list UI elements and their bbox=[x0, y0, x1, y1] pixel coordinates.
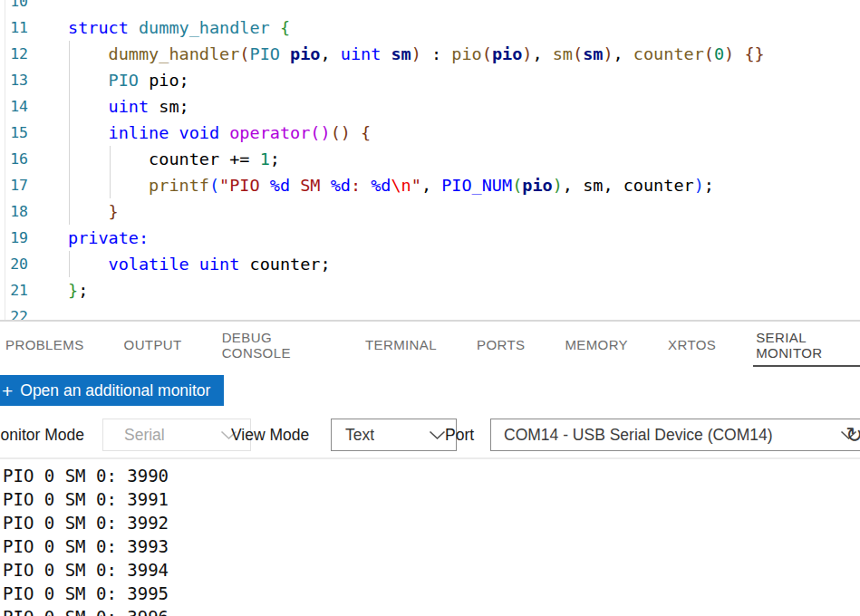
tab-debug-console[interactable]: DEBUG CONSOLE bbox=[219, 322, 328, 367]
open-monitor-label: Open an additional monitor bbox=[20, 381, 210, 400]
code-lines: 1011struct dummy_handler {12 dummy_handl… bbox=[0, 0, 860, 320]
serial-output-log[interactable]: PIO 0 SM 0: 3990PIO 0 SM 0: 3991PIO 0 SM… bbox=[0, 457, 860, 616]
tab-terminal[interactable]: TERMINAL bbox=[362, 330, 440, 359]
serial-output-line: PIO 0 SM 0: 3995 bbox=[3, 582, 860, 605]
indent-guide bbox=[110, 146, 111, 198]
tab-xrtos[interactable]: XRTOS bbox=[665, 330, 719, 359]
code-text: printf("PIO %d SM %d: %d\n", PIO_NUM(pio… bbox=[68, 172, 714, 198]
serial-output-line: PIO 0 SM 0: 3993 bbox=[3, 534, 860, 558]
code-text: } bbox=[68, 198, 119, 225]
port-select[interactable]: COM14 - USB Serial Device (COM14) bbox=[490, 419, 860, 451]
line-number: 10 bbox=[0, 0, 28, 14]
serial-output-line: PIO 0 SM 0: 3992 bbox=[3, 511, 860, 534]
line-number: 11 bbox=[0, 14, 28, 41]
line-number: 15 bbox=[0, 120, 28, 146]
code-line: 14 uint sm; bbox=[0, 93, 860, 120]
tab-serial-monitor[interactable]: SERIAL MONITOR bbox=[753, 322, 860, 367]
line-number: 22 bbox=[0, 303, 28, 320]
tab-problems[interactable]: PROBLEMS bbox=[3, 330, 87, 359]
serial-output-line: PIO 0 SM 0: 3991 bbox=[3, 487, 860, 511]
code-text: private: bbox=[68, 225, 149, 251]
code-line: 20 volatile uint counter; bbox=[0, 251, 860, 277]
monitor-mode-select[interactable]: Serial bbox=[102, 419, 251, 451]
code-line: 22 bbox=[0, 303, 860, 320]
monitor-mode-label: Monitor Mode bbox=[0, 419, 84, 451]
code-text: }; bbox=[68, 277, 88, 303]
line-number: 13 bbox=[0, 67, 28, 93]
monitor-mode-value: Serial bbox=[124, 426, 165, 445]
view-mode-select[interactable]: Text bbox=[331, 419, 457, 451]
serial-output-line: PIO 0 SM 0: 3994 bbox=[3, 558, 860, 582]
code-line: 18 } bbox=[0, 198, 860, 225]
code-line: 12 dummy_handler(PIO pio, uint sm) : pio… bbox=[0, 41, 860, 67]
refresh-ports-icon[interactable]: ↻ bbox=[846, 420, 860, 449]
line-number: 16 bbox=[0, 146, 28, 172]
view-mode-label: View Mode bbox=[231, 419, 309, 451]
tab-ports[interactable]: PORTS bbox=[474, 330, 527, 359]
code-line: 11struct dummy_handler { bbox=[0, 14, 860, 41]
port-value: COM14 - USB Serial Device (COM14) bbox=[504, 426, 773, 445]
serial-output-line: PIO 0 SM 0: 3996 bbox=[3, 605, 860, 616]
port-label: Port bbox=[445, 419, 474, 451]
vscode-window: 1011struct dummy_handler {12 dummy_handl… bbox=[0, 0, 860, 616]
line-number: 18 bbox=[0, 198, 28, 225]
code-line: 16 counter += 1; bbox=[0, 146, 860, 172]
open-additional-monitor-button[interactable]: + Open an additional monitor bbox=[0, 375, 224, 406]
code-text: counter += 1; bbox=[68, 146, 280, 172]
line-number: 12 bbox=[0, 41, 28, 67]
line-number: 19 bbox=[0, 225, 28, 251]
line-number: 20 bbox=[0, 251, 28, 277]
chevron-down-icon bbox=[429, 430, 446, 440]
editor-panel-divider[interactable] bbox=[0, 320, 860, 322]
code-text: struct dummy_handler { bbox=[68, 14, 290, 41]
code-text: volatile uint counter; bbox=[68, 251, 331, 277]
view-mode-value: Text bbox=[345, 426, 374, 445]
line-number: 21 bbox=[0, 277, 28, 303]
serial-output-line: PIO 0 SM 0: 3990 bbox=[3, 464, 860, 487]
code-text: PIO pio; bbox=[68, 67, 189, 93]
line-number: 14 bbox=[0, 93, 28, 120]
tab-output[interactable]: OUTPUT bbox=[121, 330, 185, 359]
code-text: uint sm; bbox=[68, 93, 189, 120]
indent-guide bbox=[69, 251, 70, 277]
code-line: 17 printf("PIO %d SM %d: %d\n", PIO_NUM(… bbox=[0, 172, 860, 198]
code-text: inline void operator()() { bbox=[68, 120, 371, 146]
indent-guide bbox=[69, 41, 70, 225]
code-line: 10 bbox=[0, 0, 860, 14]
code-line: 19private: bbox=[0, 225, 860, 251]
code-editor[interactable]: 1011struct dummy_handler {12 dummy_handl… bbox=[0, 0, 860, 320]
plus-icon: + bbox=[2, 381, 13, 400]
panel-tab-bar: PROBLEMSOUTPUTDEBUG CONSOLETERMINALPORTS… bbox=[3, 328, 860, 361]
code-line: 15 inline void operator()() { bbox=[0, 120, 860, 146]
tab-memory[interactable]: MEMORY bbox=[562, 330, 631, 359]
line-number: 17 bbox=[0, 172, 28, 198]
code-text: dummy_handler(PIO pio, uint sm) : pio(pi… bbox=[68, 41, 765, 67]
code-line: 21}; bbox=[0, 277, 860, 303]
code-line: 13 PIO pio; bbox=[0, 67, 860, 93]
